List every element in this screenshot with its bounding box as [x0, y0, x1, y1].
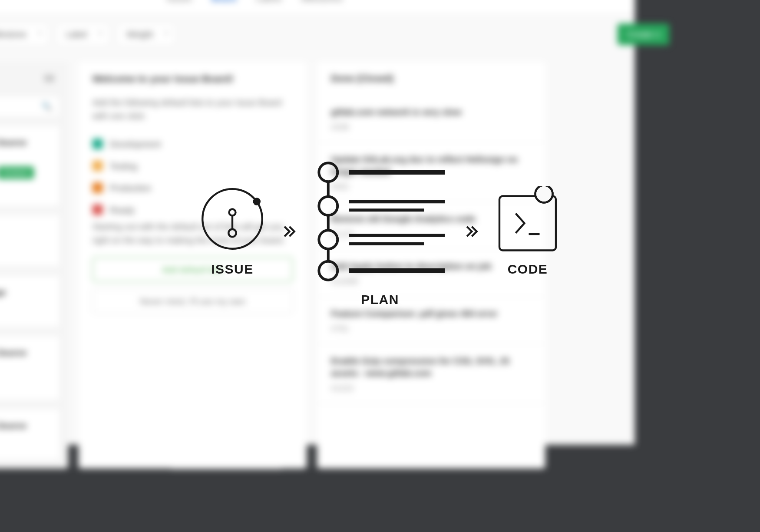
- subtab-board[interactable]: Board: [211, 0, 237, 3]
- list-name: Production: [110, 183, 151, 193]
- color-swatch: [93, 139, 103, 149]
- filter-weight[interactable]: Weight: [116, 23, 175, 46]
- search-icon: 🔍: [42, 102, 52, 111]
- default-list-item: Testing: [93, 155, 293, 177]
- issue-card[interactable]: Add Apply button to description on job#1…: [317, 250, 545, 297]
- card-title: Update GitLab.org doc to reflect Hellosi…: [331, 153, 532, 177]
- board-columns: log58 Search issues🔍 Contribution map fo…: [0, 54, 635, 469]
- default-list-item: Development: [93, 133, 293, 155]
- color-swatch: [93, 205, 103, 215]
- add-default-lists-button[interactable]: Add default lists: [93, 257, 293, 282]
- filter-bar: Author Assignee Milestone Label Weight C…: [0, 15, 635, 54]
- create-button[interactable]: Create n: [618, 24, 669, 45]
- card-title: Update about.gitlab.com homepage: [0, 286, 49, 298]
- issue-card[interactable]: Contribution map for every Open Source P…: [0, 336, 60, 400]
- card-title: Add Apply button to description on job: [331, 260, 532, 272]
- issue-card[interactable]: Remove old Google Analytics code#1137: [317, 202, 545, 250]
- welcome-title: Welcome to your Issue Board!: [79, 62, 307, 96]
- issue-card[interactable]: Contribution map for every Open Source P…: [0, 126, 60, 206]
- card-title: Standalone EE page: [0, 225, 49, 238]
- filter-label[interactable]: Label: [56, 23, 109, 46]
- card-title: Contribution map for every Open Source P…: [0, 347, 49, 371]
- subtab-labels[interactable]: Labels: [256, 0, 282, 3]
- list-name: Development: [110, 139, 161, 149]
- issue-card[interactable]: Update GitLab.org doc to reflect Hellosi…: [317, 143, 545, 202]
- issue-card[interactable]: Enable Gzip compression for CSS, SVG, JS…: [317, 344, 545, 404]
- card-title: Feature Comparison .pdf gives 404 error: [331, 307, 532, 320]
- done-title: Done (Closed): [331, 73, 393, 84]
- card-title: Contribution map for every Open Source P…: [0, 420, 49, 444]
- card-title: Contribution map for every Open Source P…: [0, 136, 49, 161]
- issue-card[interactable]: Update about.gitlab.com homepage#1Websit…: [0, 275, 60, 327]
- issue-search[interactable]: Search issues🔍: [0, 95, 60, 117]
- issue-card[interactable]: gitlab.com network is very slow#298: [317, 95, 545, 142]
- card-id: #12098: [331, 277, 532, 286]
- subtab-issues[interactable]: Issues: [167, 0, 192, 3]
- card-title: Enable Gzip compression for CSS, SVG, JS…: [331, 355, 532, 379]
- label: frontend: [0, 166, 34, 179]
- issue-card[interactable]: Standalone EE page#1marketing: [0, 214, 60, 267]
- subtab-milestones[interactable]: Milestones: [301, 0, 343, 3]
- filter-milestone[interactable]: Milestone: [0, 23, 49, 46]
- welcome-hint: Starting out with the default set of lis…: [79, 221, 307, 257]
- welcome-desc: Add the following default lists to your …: [79, 96, 307, 133]
- sub-tabs: Issues Board Labels Milestones: [0, 0, 635, 15]
- default-list-item: Ready: [93, 199, 293, 221]
- color-swatch: [93, 182, 103, 193]
- list-name: Testing: [110, 161, 137, 171]
- column-done: Done (Closed) gitlab.com network is very…: [317, 62, 545, 468]
- card-id: #1137: [331, 229, 532, 238]
- default-list-item: Production: [93, 177, 293, 199]
- card-id: #298: [331, 122, 532, 132]
- card-title: gitlab.com network is very slow: [331, 106, 532, 118]
- column-backlog: log58 Search issues🔍 Contribution map fo…: [0, 62, 68, 468]
- list-name: Ready: [110, 205, 135, 215]
- column-welcome: Welcome to your Issue Board! Add the fol…: [79, 62, 307, 468]
- card-id: #1223: [331, 383, 532, 393]
- issue-card[interactable]: Contribution map for every Open Source P…: [0, 408, 60, 460]
- backlog-count: 58: [44, 73, 54, 84]
- card-title: Remove old Google Analytics code: [331, 212, 532, 225]
- issue-card[interactable]: Feature Comparison .pdf gives 404 error#…: [317, 297, 545, 344]
- card-id: #781: [331, 324, 532, 333]
- card-id: #562: [331, 182, 532, 191]
- color-swatch: [93, 161, 103, 171]
- skip-button[interactable]: Never mind, I'll use my own: [93, 289, 293, 314]
